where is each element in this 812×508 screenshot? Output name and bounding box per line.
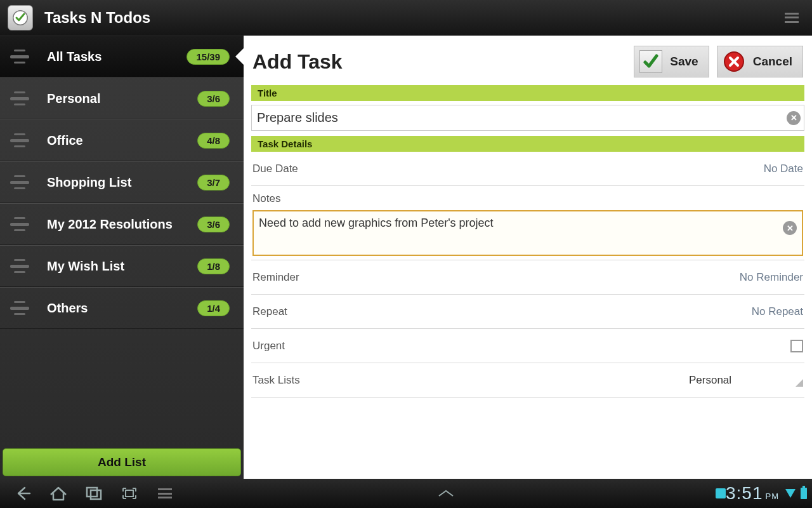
screenshot-button[interactable]: [112, 481, 147, 506]
sidebar-item-others[interactable]: Others 1/4: [0, 287, 244, 329]
reminder-label: Reminder: [252, 271, 299, 284]
sidebar-item-badge: 4/8: [197, 133, 230, 149]
sidebar-item-shopping-list[interactable]: Shopping List 3/7: [0, 161, 244, 203]
recent-apps-button[interactable]: [76, 481, 112, 506]
sidebar-item-label: Office: [47, 133, 197, 148]
drag-handle-icon: [10, 133, 29, 147]
task-title-input[interactable]: [251, 105, 804, 131]
due-date-row[interactable]: Due Date No Date: [251, 152, 804, 186]
download-icon: [716, 488, 726, 498]
app-bar: Tasks N Todos: [0, 0, 812, 36]
wifi-icon: [785, 489, 796, 498]
home-button[interactable]: [41, 481, 76, 506]
sidebar-item-personal[interactable]: Personal 3/6: [0, 77, 244, 119]
sidebar-item-badge: 15/39: [187, 49, 230, 65]
chevron-up-icon[interactable]: [436, 489, 455, 498]
nav-menu-button[interactable]: [147, 481, 183, 506]
system-navbar: 3:51 PM: [0, 479, 812, 508]
repeat-row[interactable]: Repeat No Repeat: [251, 295, 804, 329]
drag-handle-icon: [10, 301, 29, 315]
tasklists-select[interactable]: Personal: [689, 374, 803, 387]
reminder-value: No Reminder: [299, 271, 803, 284]
reminder-row[interactable]: Reminder No Reminder: [251, 260, 804, 295]
drag-handle-icon: [10, 50, 29, 64]
section-header-title: Title: [251, 85, 804, 101]
sidebar-item-label: Others: [47, 301, 197, 316]
checkmark-icon: [639, 50, 662, 73]
task-list-nav: All Tasks 15/39 Personal 3/6 Office 4/8 …: [0, 36, 244, 446]
sidebar-item-label: All Tasks: [47, 50, 187, 64]
sidebar-item-badge: 1/4: [197, 300, 230, 316]
sidebar-item-label: Shopping List: [47, 175, 197, 190]
urgent-row: Urgent: [251, 329, 804, 363]
back-button[interactable]: [5, 481, 41, 506]
clear-title-button[interactable]: ✕: [787, 111, 801, 125]
sidebar-item-office[interactable]: Office 4/8: [0, 119, 244, 161]
tasklists-row[interactable]: Task Lists Personal: [251, 363, 804, 398]
menu-icon: [785, 13, 799, 23]
urgent-label: Urgent: [252, 340, 285, 352]
menu-icon: [158, 488, 172, 498]
repeat-value: No Repeat: [287, 305, 803, 318]
notes-input[interactable]: Need to add new graphics from Peter's pr…: [252, 210, 803, 256]
due-date-label: Due Date: [252, 163, 298, 175]
svg-rect-2: [87, 488, 97, 497]
app-logo-icon: [8, 5, 33, 30]
cancel-button[interactable]: Cancel: [717, 46, 803, 77]
notes-label: Notes: [252, 192, 803, 205]
notes-row: Notes Need to add new graphics from Pete…: [251, 186, 804, 260]
sidebar-item-wish-list[interactable]: My Wish List 1/8: [0, 245, 244, 287]
cancel-icon: [723, 50, 745, 73]
save-button[interactable]: Save: [634, 46, 709, 77]
sidebar-item-all-tasks[interactable]: All Tasks 15/39: [0, 36, 244, 77]
sidebar-item-badge: 1/8: [197, 258, 230, 274]
status-clock[interactable]: 3:51 PM: [726, 483, 779, 504]
sidebar-item-resolutions[interactable]: My 2012 Resolutions 3/6: [0, 203, 244, 245]
repeat-label: Repeat: [252, 305, 287, 318]
panel-heading: Add Task: [252, 50, 626, 74]
sidebar: All Tasks 15/39 Personal 3/6 Office 4/8 …: [0, 36, 244, 479]
battery-icon: [801, 488, 807, 499]
svg-rect-4: [126, 490, 133, 497]
drag-handle-icon: [10, 175, 29, 189]
drag-handle-icon: [10, 217, 29, 231]
overflow-menu-button[interactable]: [779, 5, 804, 30]
tasklists-label: Task Lists: [252, 374, 300, 387]
sidebar-item-badge: 3/6: [197, 217, 230, 232]
sidebar-item-label: Personal: [47, 91, 197, 106]
dropdown-triangle-icon: [796, 379, 803, 387]
sidebar-item-badge: 3/6: [197, 91, 230, 107]
app-title: Tasks N Todos: [44, 9, 779, 27]
add-task-panel: Add Task Save Cancel: [244, 36, 812, 479]
due-date-value: No Date: [298, 163, 803, 175]
urgent-checkbox[interactable]: [790, 340, 803, 352]
status-icons[interactable]: [716, 488, 726, 498]
sidebar-item-badge: 3/7: [197, 175, 230, 190]
section-header-details: Task Details: [251, 136, 804, 152]
sidebar-item-label: My Wish List: [47, 259, 197, 274]
drag-handle-icon: [10, 259, 29, 273]
clear-notes-button[interactable]: ✕: [783, 221, 797, 235]
drag-handle-icon: [10, 91, 29, 105]
sidebar-item-label: My 2012 Resolutions: [47, 217, 197, 232]
svg-rect-3: [91, 490, 101, 499]
add-list-button[interactable]: Add List: [3, 448, 241, 476]
